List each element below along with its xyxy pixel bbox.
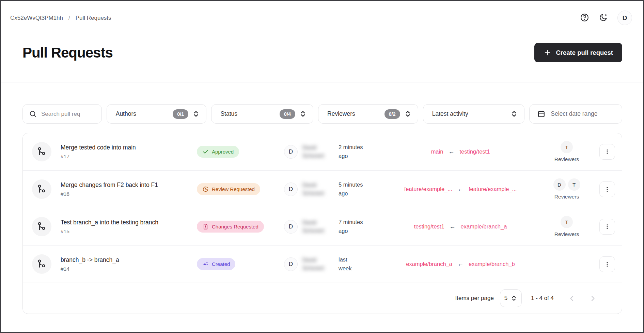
filter-status[interactable]: Status 0/4 [211,104,313,124]
sort-chevrons-icon [299,110,307,118]
pr-branches-cell: example/branch_a ← example/branch_b [380,260,541,268]
author-name: David Schonert [302,219,334,235]
select-chevrons-icon [511,295,517,302]
pull-request-row[interactable]: Test branch_a into the testing branch #1… [23,208,622,245]
branch-arrow: ← [457,186,464,193]
pull-request-icon-circle [32,179,51,199]
source-branch-link[interactable]: example/branch_b [469,261,515,267]
git-pull-request-icon [36,259,47,269]
filter-label: Authors [116,110,136,117]
help-button[interactable] [580,13,589,23]
pr-title: Merge changes from F2 back into F1 [61,181,197,189]
pagination-controls [568,295,597,302]
author-avatar: D [284,145,298,159]
next-page-button[interactable] [589,295,597,302]
create-pull-request-label: Create pull request [556,49,613,57]
filter-authors[interactable]: Authors 0/1 [107,104,207,124]
pr-branches-cell: testing/test1 ← example/branch_a [380,223,541,230]
row-menu-button[interactable] [599,219,615,235]
row-menu-button[interactable] [599,144,615,160]
pull-request-list: Merge tested code into main #17 Approved… [22,133,622,314]
pr-author-cell: D David Schonert [284,256,339,272]
pr-number: #15 [61,228,197,235]
filter-bar: Authors 0/1 Status 0/4 Reviewers 0/2 Lat… [1,82,643,124]
author-avatar: D [284,183,298,196]
pr-time: 5 minutes ago [339,180,380,198]
date-range-label: Select date range [551,110,597,117]
chevron-right-icon [589,295,597,302]
filter-label: Reviewers [327,110,355,117]
row-menu-button[interactable] [599,256,615,272]
pagination-range: 1 - 4 of 4 [531,295,554,302]
target-branch-link[interactable]: testing/test1 [414,223,444,230]
status-label: Approved [212,149,234,155]
pr-reviewers-cell: DT Reviewers [541,178,593,200]
pull-request-row[interactable]: branch_b -> branch_a #14 Created D David… [23,245,622,283]
pull-request-icon-circle [32,254,51,274]
status-icon [202,223,209,230]
title-row: Pull Requests Create pull request [1,25,643,82]
page-title: Pull Requests [22,45,113,61]
pr-title-cell: branch_b -> branch_a #14 [61,256,197,272]
pull-request-row[interactable]: Merge changes from F2 back into F1 #16 R… [23,171,622,208]
search-box [22,104,102,124]
date-range-button[interactable]: Select date range [529,104,622,124]
author-name: David Schonert [302,256,334,272]
filter-label: Status [220,110,237,117]
pr-title: branch_b -> branch_a [61,256,197,264]
status-badge: Review Requested [197,183,260,195]
author-name: David Schonert [302,144,334,160]
status-badge: Created [197,258,235,270]
status-badge: Approved [197,146,239,158]
target-branch-link[interactable]: main [431,148,443,155]
breadcrumb-repo[interactable]: Cx52eWvQt3PM1hh [10,15,63,21]
previous-page-button[interactable] [568,295,576,302]
reviewers-label: Reviewers [554,194,579,200]
status-badge: Changes Requested [197,221,264,233]
pull-request-row[interactable]: Merge tested code into main #17 Approved… [23,133,622,171]
reviewers-label: Reviewers [554,231,579,237]
items-per-page-select[interactable]: 5 [500,289,522,307]
search-input[interactable] [41,111,95,117]
pr-author-cell: D David Schonert [284,219,339,235]
status-icon [202,261,209,267]
filter-label: Latest activity [432,110,468,117]
row-menu-button[interactable] [599,181,615,197]
branch-arrow: ← [457,260,464,268]
reviewer-avatar: T [561,141,573,153]
pr-branches-cell: feature/example_... ← feature/example_..… [380,186,541,193]
pull-request-icon-circle [32,217,51,236]
filter-reviewers[interactable]: Reviewers 0/2 [318,104,418,124]
breadcrumb: Cx52eWvQt3PM1hh / Pull Requests [10,15,111,21]
source-branch-link[interactable]: feature/example_... [469,186,517,192]
target-branch-link[interactable]: example/branch_a [406,261,452,267]
pr-time: last week [339,255,380,273]
source-branch-link[interactable]: example/branch_a [461,223,507,230]
chevron-left-icon [568,295,576,302]
breadcrumb-separator: / [68,15,70,21]
target-branch-link[interactable]: feature/example_... [404,186,452,192]
pr-time: 7 minutes ago [339,218,380,235]
filter-count-badge: 0/2 [384,109,400,119]
pr-number: #16 [61,191,197,197]
pr-title-cell: Merge changes from F2 back into F1 #16 [61,181,197,197]
sort-chevrons-icon [510,110,518,118]
author-avatar: D [284,220,298,234]
pr-author-cell: D David Schonert [284,144,339,160]
pagination-bar: Items per page 5 1 - 4 of 4 [23,283,622,314]
breadcrumb-current: Pull Requests [76,15,111,21]
pr-reviewers-cell: T Reviewers [541,141,593,162]
pr-title-cell: Merge tested code into main #17 [61,144,197,160]
calendar-icon [537,110,546,118]
theme-toggle-button[interactable] [599,13,608,23]
source-branch-link[interactable]: testing/test1 [459,148,490,155]
sort-chevrons-icon [192,110,200,118]
status-label: Created [212,261,230,267]
filter-latest-activity[interactable]: Latest activity [423,104,525,124]
top-bar-actions: D [580,11,632,25]
pr-number: #14 [61,266,197,272]
create-pull-request-button[interactable]: Create pull request [534,43,622,62]
status-icon [202,148,209,155]
user-avatar[interactable]: D [617,11,632,25]
reviewer-avatar: T [568,178,580,191]
